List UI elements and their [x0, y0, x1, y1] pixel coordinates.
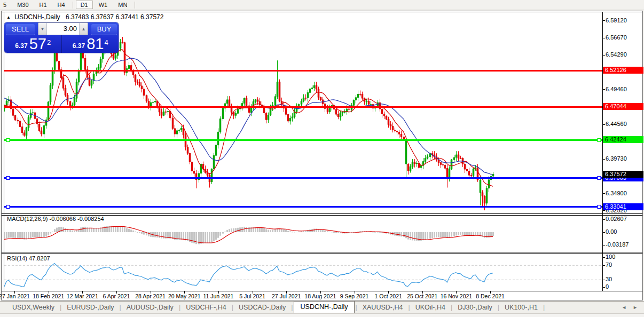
tab-separator: | — [232, 304, 233, 311]
tab-separator: | — [408, 304, 410, 311]
sell-price-prefix: 6.37 — [15, 42, 27, 50]
buy-price-sup: 4 — [104, 38, 108, 46]
tab-separator: | — [291, 304, 293, 311]
buy-price-big: 81 — [87, 37, 104, 51]
tab-separator: | — [543, 304, 545, 311]
chart-tab-usdcad-daily[interactable]: USDCAD-,Daily — [234, 303, 290, 312]
chart-tab-xauusd-h4[interactable]: XAUUSD-,H4 — [358, 303, 408, 312]
sell-price-big: 57 — [29, 37, 46, 51]
chart-tab-usdcnh-daily[interactable]: USDCNH-,Daily — [294, 301, 355, 313]
tab-separator: | — [355, 304, 357, 311]
chart-tab-usdchf-h4[interactable]: USDCHF-,H4 — [181, 303, 231, 312]
tab-separator: | — [498, 304, 499, 311]
volume-increase-icon[interactable]: ▲ — [79, 23, 88, 35]
chart-tab-dj30-daily[interactable]: DJ30-,Daily — [453, 303, 497, 312]
chart-tab-eurusd-daily[interactable]: EURUSD-,Daily — [62, 303, 119, 312]
volume-stepper: ▼ 3.00 ▲ — [38, 22, 88, 35]
sell-price-sup: 2 — [47, 38, 51, 46]
buy-button[interactable]: BUY — [91, 24, 117, 35]
one-click-trading-panel: SELL ▼ 3.00 ▲ BUY 6.37 57 2 6.37 81 4 — [4, 22, 119, 53]
buy-price[interactable]: 6.37 81 4 — [62, 35, 119, 53]
sell-price[interactable]: 6.37 57 2 — [4, 35, 62, 53]
chart-tab-usdx-weekly[interactable]: USDX,Weekly — [7, 303, 59, 312]
chart-tab-uk100-h1[interactable]: UK100-,H1 — [500, 303, 543, 312]
chart-tab-bar: USDX,Weekly|EURUSD-,Daily|AUDUSD-,Daily|… — [0, 301, 644, 313]
tab-separator: | — [451, 304, 452, 311]
chart-tab-audusd-daily[interactable]: AUDUSD-,Daily — [122, 303, 178, 312]
tabs-scroll-right-icon[interactable]: ► — [633, 305, 638, 310]
mt4-terminal: { "toolbar": {"items": ["5","M30","H1","… — [0, 0, 644, 317]
tab-separator: | — [60, 304, 61, 311]
buy-price-prefix: 6.37 — [73, 42, 85, 50]
tab-separator: | — [179, 304, 180, 311]
chart-tab-ukoil-h4[interactable]: UKOil-,H4 — [411, 303, 450, 312]
sell-button[interactable]: SELL — [6, 24, 35, 35]
volume-decrease-icon[interactable]: ▼ — [38, 23, 47, 35]
volume-input[interactable]: 3.00 — [47, 23, 79, 35]
tab-separator: | — [119, 304, 121, 311]
bottom-strip — [0, 313, 644, 317]
tabs-scroll-left-icon[interactable]: ◄ — [622, 305, 626, 310]
